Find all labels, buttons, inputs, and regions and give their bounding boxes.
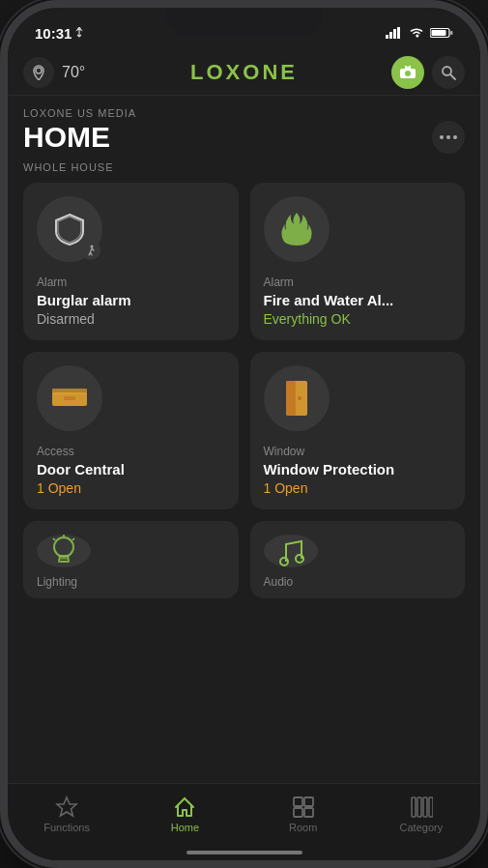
door-horizontal-icon bbox=[50, 385, 89, 412]
nav-item-functions[interactable]: Functions bbox=[8, 792, 126, 837]
dot1 bbox=[440, 135, 444, 139]
tile-icon-wrap-6 bbox=[264, 535, 318, 567]
flame-icon bbox=[280, 211, 313, 247]
svg-marker-10 bbox=[405, 66, 411, 69]
nav-item-room[interactable]: Room bbox=[244, 792, 362, 837]
tile-status-4: 1 Open bbox=[264, 480, 452, 496]
svg-rect-31 bbox=[304, 797, 313, 806]
tile-burglar-alarm[interactable]: Alarm Burglar alarm Disarmed bbox=[23, 183, 239, 340]
phone-frame: 10:31 bbox=[0, 0, 488, 868]
svg-rect-5 bbox=[432, 30, 446, 36]
tile-icon-wrap-4 bbox=[264, 365, 330, 431]
svg-point-20 bbox=[298, 396, 301, 400]
door-vertical-icon bbox=[282, 379, 311, 418]
home-indicator bbox=[187, 851, 302, 854]
bottom-nav: Functions Home bbox=[8, 783, 480, 860]
subsection-label: WHOLE HOUSE bbox=[23, 161, 465, 173]
tile-cat-5: Lighting bbox=[37, 575, 225, 589]
svg-rect-11 bbox=[412, 71, 415, 72]
main-content: LOXONE US MEDIA HOME WHOLE HOUSE bbox=[8, 96, 480, 783]
search-icon bbox=[441, 65, 456, 80]
svg-rect-3 bbox=[397, 27, 400, 39]
music-icon bbox=[276, 535, 305, 567]
svg-rect-19 bbox=[286, 381, 296, 416]
tile-cat: Alarm bbox=[37, 275, 225, 289]
tile-name-4: Window Protection bbox=[264, 461, 452, 477]
svg-rect-36 bbox=[423, 797, 427, 817]
header-bar: 70° LOXONE bbox=[8, 50, 480, 96]
svg-rect-0 bbox=[386, 35, 388, 39]
app-logo: LOXONE bbox=[190, 60, 298, 85]
svg-rect-17 bbox=[64, 396, 75, 400]
tile-fire-water[interactable]: Alarm Fire and Water Al... Everything OK bbox=[250, 183, 466, 340]
location-pin-icon bbox=[32, 65, 45, 80]
search-button[interactable] bbox=[432, 56, 465, 89]
svg-rect-6 bbox=[450, 31, 453, 35]
status-time: 10:31 bbox=[35, 25, 84, 42]
wifi-icon bbox=[409, 27, 424, 39]
tile-icon-wrap bbox=[37, 196, 102, 262]
tile-cat-6: Audio bbox=[264, 575, 452, 589]
svg-line-26 bbox=[72, 538, 74, 540]
nav-item-category[interactable]: Category bbox=[362, 792, 480, 837]
svg-line-25 bbox=[53, 538, 55, 540]
svg-point-7 bbox=[36, 68, 42, 73]
svg-marker-29 bbox=[57, 797, 76, 816]
walk-icon bbox=[85, 245, 97, 256]
tile-name-2: Fire and Water Al... bbox=[264, 292, 452, 308]
camera-button[interactable] bbox=[391, 56, 424, 89]
location-button[interactable] bbox=[23, 57, 54, 88]
svg-rect-33 bbox=[304, 808, 313, 817]
page-title: HOME bbox=[23, 121, 110, 154]
tile-grid: Alarm Burglar alarm Disarmed Alarm Fire … bbox=[23, 183, 465, 598]
svg-rect-2 bbox=[393, 29, 396, 39]
tile-status-3: 1 Open bbox=[37, 480, 225, 496]
dot3 bbox=[453, 135, 457, 139]
tile-door-central[interactable]: Access Door Central 1 Open bbox=[23, 352, 239, 509]
shield-icon bbox=[52, 212, 87, 246]
tile-icon-wrap-5 bbox=[37, 535, 91, 567]
svg-rect-35 bbox=[417, 797, 421, 817]
page-title-row: HOME bbox=[23, 121, 465, 154]
lightbulb-icon bbox=[49, 535, 78, 567]
status-icons bbox=[386, 27, 453, 39]
nav-item-home[interactable]: Home bbox=[126, 792, 244, 837]
tile-audio[interactable]: Audio bbox=[250, 521, 466, 598]
tile-name-3: Door Central bbox=[37, 461, 225, 477]
svg-rect-30 bbox=[294, 797, 302, 806]
walk-badge bbox=[81, 241, 100, 260]
svg-rect-16 bbox=[52, 389, 87, 394]
tile-window[interactable]: Window Window Protection 1 Open bbox=[250, 352, 466, 509]
nav-label-functions: Functions bbox=[43, 822, 90, 833]
svg-point-9 bbox=[405, 71, 411, 76]
svg-rect-1 bbox=[389, 32, 392, 39]
tile-status: Disarmed bbox=[37, 311, 225, 327]
tile-icon-wrap-2 bbox=[264, 196, 330, 262]
more-button[interactable] bbox=[432, 121, 465, 154]
signal-icon bbox=[386, 27, 403, 39]
camera-icon bbox=[400, 66, 416, 79]
tile-status-2: Everything OK bbox=[264, 311, 452, 327]
tile-cat-4: Window bbox=[264, 445, 452, 458]
svg-point-14 bbox=[91, 246, 94, 248]
category-icon bbox=[410, 796, 433, 819]
battery-icon bbox=[430, 27, 453, 39]
star-icon bbox=[55, 796, 78, 819]
notch bbox=[167, 8, 322, 37]
phone-screen: 10:31 bbox=[8, 8, 480, 860]
tile-cat-3: Access bbox=[37, 445, 225, 458]
home-icon bbox=[173, 796, 196, 819]
tile-lighting[interactable]: Lighting bbox=[23, 521, 239, 598]
svg-point-21 bbox=[54, 537, 73, 557]
tile-name: Burglar alarm bbox=[37, 292, 225, 308]
svg-rect-37 bbox=[429, 797, 433, 817]
dot2 bbox=[446, 135, 450, 139]
svg-rect-34 bbox=[412, 797, 416, 817]
svg-rect-32 bbox=[294, 808, 302, 817]
section-label: LOXONE US MEDIA bbox=[23, 107, 465, 119]
tile-cat-2: Alarm bbox=[264, 275, 452, 289]
nav-label-home: Home bbox=[171, 822, 199, 833]
tile-icon-wrap-3 bbox=[37, 365, 102, 431]
header-left: 70° bbox=[23, 57, 85, 88]
grid-icon bbox=[292, 796, 315, 819]
